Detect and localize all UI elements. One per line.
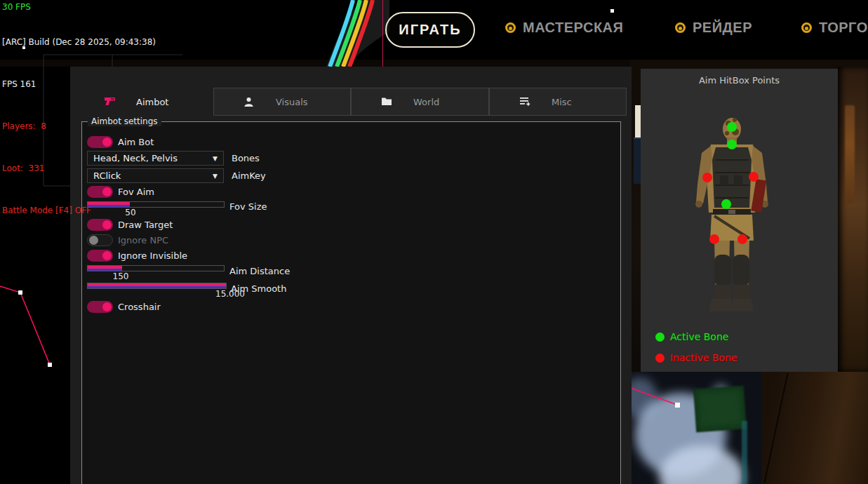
ignore-invisible-toggle[interactable] — [87, 250, 113, 262]
legend-inactive-bone: Inactive Bone — [655, 352, 737, 363]
hud-fps: FPS 161 — [2, 77, 156, 91]
tab-label: Visuals — [276, 97, 308, 107]
aim-distance-fill — [88, 266, 122, 271]
hitbox-preview-panel: Aim HitBox Points — [641, 69, 838, 372]
scene-brown-floor — [761, 372, 868, 484]
aim-smooth-label: Aim Smooth — [231, 283, 286, 294]
bones-label: Bones — [232, 153, 260, 163]
nav-item-workshop[interactable]: МАСТЕРСКАЯ — [505, 20, 623, 36]
coin-icon — [675, 22, 686, 33]
coin-icon — [505, 22, 516, 33]
legend-active-bone: Active Bone — [655, 331, 728, 342]
crosshair-label: Crosshair — [118, 302, 161, 312]
ignore-invisible-label: Ignore Invisible — [118, 250, 187, 261]
hitbox-panel-title: Aim HitBox Points — [641, 75, 838, 86]
coin-icon — [801, 22, 812, 33]
crosshair-toggle[interactable] — [87, 301, 113, 313]
active-bone-dot-icon — [655, 332, 665, 342]
aim-distance-value: 150 — [103, 271, 138, 281]
left-hip-bone-point[interactable] — [709, 234, 719, 244]
scene-bottom-right — [628, 372, 868, 484]
nav-item-label: ТОРГО — [819, 20, 868, 36]
tab-label: Misc — [552, 97, 572, 107]
nav-item-trade[interactable]: ТОРГО — [801, 20, 868, 36]
scene-teal-strip — [742, 421, 747, 484]
inactive-bone-dot-icon — [655, 354, 665, 363]
hud-loot: Loot: 331 — [2, 161, 156, 175]
playlist-add-icon — [519, 97, 532, 107]
hud-players: Players: 8 — [2, 119, 156, 133]
hud-readout: 30 FPS [ARC] Build (Dec 28 2025, 09:43:3… — [2, 0, 156, 246]
pelvis-bone-point[interactable] — [721, 199, 731, 209]
folder-icon — [381, 97, 394, 107]
hud-battle-mode: Battle Mode [F4] OFF — [2, 203, 156, 217]
aim-distance-label: Aim Distance — [229, 266, 290, 276]
hud-fps-small: 30 FPS — [2, 0, 31, 14]
aimkey-label: AimKey — [232, 170, 266, 181]
nav-item-raider[interactable]: РЕЙДЕР — [675, 20, 752, 36]
head-bone-point[interactable] — [727, 122, 737, 132]
chevron-down-icon: ▼ — [213, 155, 218, 162]
chevron-down-icon: ▼ — [213, 173, 218, 180]
legend-label: Inactive Bone — [670, 352, 737, 363]
aim-smooth-fill — [88, 283, 226, 288]
play-button[interactable]: ИГРАТЬ — [385, 12, 475, 48]
aim-distance-slider[interactable] — [87, 265, 225, 271]
left-arm-bone-point[interactable] — [702, 173, 712, 182]
neck-bone-point[interactable] — [727, 140, 737, 149]
fov-size-label: Fov Size — [229, 201, 267, 212]
tab-misc[interactable]: Misc — [489, 88, 627, 116]
right-arm-bone-point[interactable] — [749, 172, 759, 182]
aim-smooth-slider[interactable] — [87, 283, 227, 289]
scene-green-sign — [693, 386, 747, 433]
person-icon — [243, 97, 256, 107]
hud-build: [ARC] Build (Dec 28 2025, 09:43:38) — [2, 35, 156, 49]
tab-world[interactable]: World — [351, 88, 489, 116]
nav-item-label: МАСТЕРСКАЯ — [523, 20, 623, 36]
right-hip-bone-point[interactable] — [737, 234, 747, 244]
legend-label: Active Bone — [670, 331, 728, 342]
nav-item-label: РЕЙДЕР — [693, 20, 752, 36]
tab-visuals[interactable]: Visuals — [213, 88, 351, 116]
scene-rust-highlight — [845, 105, 855, 203]
tab-label: World — [413, 97, 439, 107]
